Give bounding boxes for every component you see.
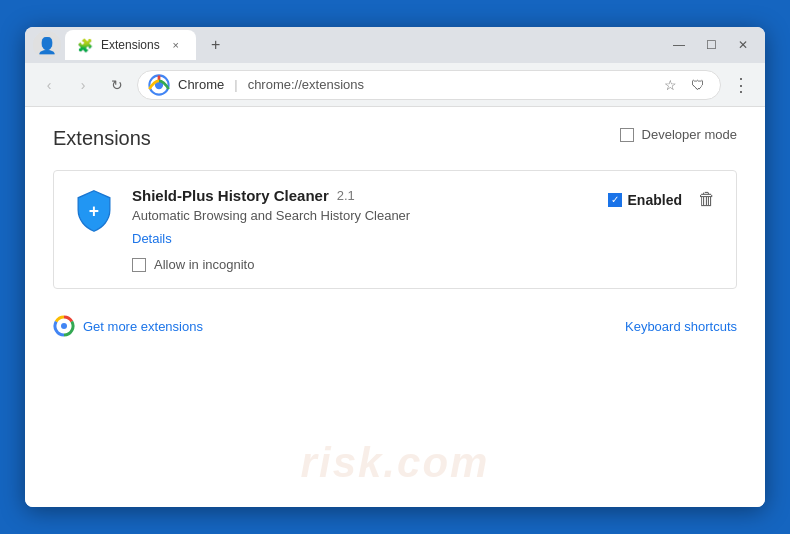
address-actions: ☆ 🛡 — [658, 73, 710, 97]
extension-icon: 🧩 — [77, 38, 93, 53]
extension-version: 2.1 — [337, 188, 355, 203]
delete-button[interactable]: 🗑 — [694, 187, 720, 212]
browser-window: 👤 🧩 Extensions × + — ☐ ✕ ‹ › ↻ Chr — [25, 27, 765, 507]
maximize-button[interactable]: ☐ — [697, 31, 725, 59]
address-separator: | — [234, 77, 237, 92]
reload-button[interactable]: ↻ — [103, 71, 131, 99]
get-more-extensions-link[interactable]: Get more extensions — [53, 315, 203, 337]
enabled-label: Enabled — [628, 192, 682, 208]
chrome-logo-icon — [148, 74, 170, 96]
extension-details-link[interactable]: Details — [132, 231, 172, 246]
window-controls: — ☐ ✕ — [665, 31, 757, 59]
menu-button[interactable]: ⋮ — [727, 71, 755, 99]
back-button[interactable]: ‹ — [35, 71, 63, 99]
toolbar: ‹ › ↻ Chrome | chrome://extensions ☆ 🛡 ⋮ — [25, 63, 765, 107]
footer-row: Get more extensions Keyboard shortcuts — [53, 305, 737, 337]
new-tab-button[interactable]: + — [202, 31, 230, 59]
developer-mode-checkbox[interactable] — [620, 128, 634, 142]
user-icon: 👤 — [37, 36, 57, 55]
keyboard-shortcuts-link[interactable]: Keyboard shortcuts — [625, 319, 737, 334]
tab-label: Extensions — [101, 38, 160, 52]
bookmark-button[interactable]: ☆ — [658, 73, 682, 97]
shield-plus-icon: + — [72, 189, 116, 233]
address-text: chrome://extensions — [248, 77, 364, 92]
incognito-row: Allow in incognito — [132, 257, 720, 272]
shield-button[interactable]: 🛡 — [686, 73, 710, 97]
get-more-extensions-label: Get more extensions — [83, 319, 203, 334]
svg-text:+: + — [89, 201, 99, 221]
chrome-get-more-icon — [53, 315, 75, 337]
user-icon-button[interactable]: 👤 — [33, 31, 61, 59]
developer-mode-row: Developer mode — [620, 127, 737, 142]
browser-tab[interactable]: 🧩 Extensions × — [65, 30, 196, 60]
allow-incognito-checkbox[interactable] — [132, 258, 146, 272]
extension-name: Shield-Plus History Cleaner — [132, 187, 329, 204]
address-bar[interactable]: Chrome | chrome://extensions ☆ 🛡 — [137, 70, 721, 100]
forward-button[interactable]: › — [69, 71, 97, 99]
minimize-button[interactable]: — — [665, 31, 693, 59]
allow-incognito-label: Allow in incognito — [154, 257, 254, 272]
extension-icon-container: + — [70, 187, 118, 235]
title-bar: 👤 🧩 Extensions × + — ☐ ✕ — [25, 27, 765, 63]
enabled-row: ✓ Enabled — [608, 192, 682, 208]
close-button[interactable]: ✕ — [729, 31, 757, 59]
chrome-label: Chrome — [178, 77, 224, 92]
watermark: risk.com — [301, 439, 490, 487]
svg-point-5 — [61, 323, 67, 329]
extension-actions: ✓ Enabled 🗑 — [608, 187, 720, 212]
tab-close-button[interactable]: × — [168, 37, 184, 53]
developer-mode-label: Developer mode — [642, 127, 737, 142]
extension-card: + Shield-Plus History Cleaner 2.1 Automa… — [53, 170, 737, 289]
enabled-checkbox[interactable]: ✓ — [608, 193, 622, 207]
page-content: Extensions Developer mode + Shield-Plus … — [25, 107, 765, 507]
